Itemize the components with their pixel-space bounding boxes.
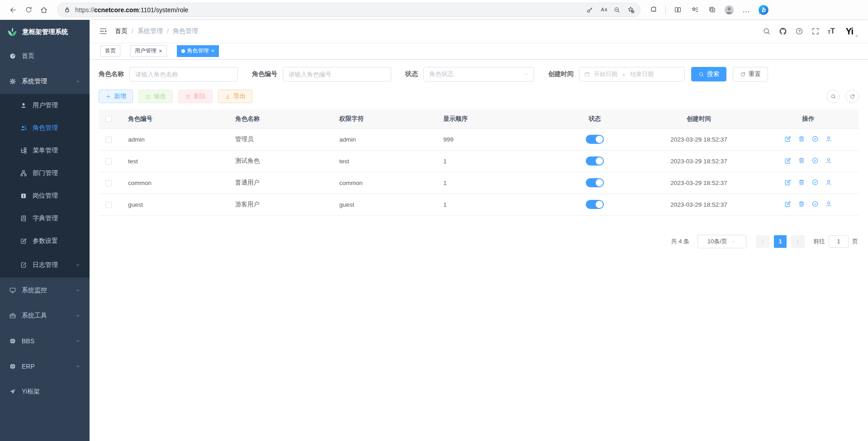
status-toggle[interactable] — [586, 200, 604, 209]
status-toggle[interactable] — [586, 156, 604, 166]
breadcrumb-home[interactable]: 首页 — [115, 27, 128, 35]
row-checkbox[interactable] — [105, 158, 112, 165]
extensions-button[interactable] — [646, 2, 661, 18]
prev-page-button[interactable] — [756, 235, 769, 248]
font-size-icon[interactable]: TT — [828, 28, 835, 35]
split-screen-button[interactable] — [670, 2, 685, 18]
next-page-button[interactable] — [791, 235, 805, 248]
pagination: 共 4 条 10条/页 1 前往 页 — [99, 235, 859, 248]
status-toggle[interactable] — [586, 135, 604, 144]
role-name-label: 角色名称 — [99, 70, 124, 78]
favorites-button[interactable] — [687, 2, 702, 18]
row-datascope-button[interactable] — [811, 157, 819, 164]
status-select[interactable]: 角色状态 — [423, 67, 534, 81]
sidebar-item-post-management[interactable]: 岗位管理 — [0, 185, 90, 207]
sidebar-item-department-management[interactable]: 部门管理 — [0, 162, 90, 185]
profile-button[interactable] — [721, 2, 737, 18]
sidebar-item-label: 菜单管理 — [33, 147, 58, 155]
row-datascope-button[interactable] — [811, 179, 819, 186]
cell-created: 2023-03-29 18:52:37 — [640, 172, 758, 194]
add-favorite-button[interactable] — [624, 3, 637, 17]
sidebar-item-bbs[interactable]: BBS — [0, 328, 90, 354]
sidebar-item-log-management[interactable]: 日志管理 — [0, 252, 90, 278]
cell-perm: common — [332, 172, 436, 194]
password-key-button[interactable] — [583, 3, 597, 17]
tab-user-management[interactable]: 用户管理 × — [130, 45, 167, 57]
row-checkbox[interactable] — [105, 137, 112, 143]
sidebar-item-system-monitor[interactable]: 系统监控 — [0, 278, 90, 303]
page-size-select[interactable]: 10条/页 — [697, 235, 746, 248]
show-search-button[interactable] — [826, 90, 840, 103]
row-datascope-button[interactable] — [811, 200, 819, 208]
row-edit-button[interactable] — [784, 135, 792, 142]
sidebar-item-role-management[interactable]: 角色管理 — [0, 117, 90, 139]
sidebar-item-dict-management[interactable]: 字典管理 — [0, 207, 90, 230]
sidebar-item-user-management[interactable]: 用户管理 — [0, 94, 90, 117]
row-edit-button[interactable] — [784, 179, 792, 186]
more-dots-icon: … — [742, 5, 750, 14]
row-assign-user-button[interactable] — [825, 135, 832, 142]
add-button[interactable]: 新增 — [99, 90, 133, 103]
sidebar: 意框架管理系统 首页 系统管理 用户管理 — [0, 20, 90, 441]
calendar-icon — [584, 71, 590, 77]
row-datascope-button[interactable] — [811, 135, 819, 142]
sidebar-item-label: 角色管理 — [33, 124, 58, 132]
search-button[interactable]: 搜索 — [691, 67, 726, 81]
row-edit-button[interactable] — [784, 157, 792, 164]
row-checkbox[interactable] — [105, 180, 112, 186]
copilot-button[interactable] — [756, 2, 771, 18]
sidebar-collapse-icon[interactable] — [99, 27, 108, 36]
tab-home[interactable]: 首页 — [100, 45, 120, 57]
sidebar-item-erp[interactable]: ERP — [0, 354, 90, 379]
row-edit-button[interactable] — [784, 200, 792, 208]
sidebar-item-yi-framework[interactable]: Yi框架 — [0, 379, 90, 404]
row-checkbox[interactable] — [105, 202, 112, 208]
row-assign-user-button[interactable] — [825, 179, 832, 186]
address-bar[interactable]: https://ccnetcore.com:1101/system/role — [57, 3, 640, 17]
row-assign-user-button[interactable] — [825, 200, 832, 208]
browser-refresh-button[interactable] — [21, 2, 36, 18]
help-icon[interactable] — [795, 27, 803, 35]
reset-button[interactable]: 重置 — [733, 67, 768, 81]
modify-button[interactable]: 修改 — [138, 90, 173, 103]
status-toggle[interactable] — [586, 178, 604, 187]
sidebar-item-home[interactable]: 首页 — [0, 43, 90, 69]
user-avatar-menu[interactable]: Yi — [846, 27, 859, 36]
delete-button[interactable]: 删除 — [178, 90, 213, 103]
role-code-input[interactable] — [283, 67, 391, 81]
zoom-out-button[interactable] — [610, 3, 624, 17]
sidebar-item-system-management[interactable]: 系统管理 — [0, 69, 90, 94]
fullscreen-icon[interactable] — [811, 27, 820, 35]
app-logo[interactable]: 意框架管理系统 — [0, 20, 90, 43]
select-all-checkbox[interactable] — [105, 116, 112, 122]
role-name-input[interactable] — [129, 67, 238, 81]
collections-button[interactable] — [704, 2, 720, 18]
row-assign-user-button[interactable] — [825, 157, 832, 164]
github-icon[interactable] — [779, 27, 787, 35]
tab-close-icon[interactable]: × — [159, 48, 162, 54]
tab-close-icon[interactable]: × — [211, 48, 215, 54]
read-aloud-button[interactable] — [597, 3, 610, 17]
export-button[interactable]: 导出 — [218, 90, 252, 103]
row-delete-button[interactable] — [798, 157, 805, 164]
sidebar-item-system-tools[interactable]: 系统工具 — [0, 303, 90, 328]
sidebar-item-menu-management[interactable]: 菜单管理 — [0, 139, 90, 162]
browser-back-button[interactable] — [5, 2, 21, 18]
header-search-icon[interactable] — [763, 27, 771, 35]
chevron-down-icon — [731, 239, 736, 244]
refresh-table-button[interactable] — [845, 90, 859, 103]
refresh-icon — [740, 71, 746, 77]
toolbar-divider — [665, 5, 666, 14]
row-delete-button[interactable] — [798, 200, 805, 208]
sidebar-item-parameter-settings[interactable]: 参数设置 — [0, 230, 90, 252]
browser-home-button[interactable] — [36, 2, 52, 18]
browser-menu-button[interactable]: … — [739, 2, 754, 18]
tab-role-management[interactable]: 角色管理 × — [177, 45, 219, 57]
goto-page-input[interactable] — [829, 235, 849, 248]
date-range-picker[interactable]: 开始日期 - 结束日期 — [579, 67, 685, 81]
row-delete-button[interactable] — [798, 135, 805, 142]
url-host: ccnetcore.com — [94, 6, 139, 14]
row-delete-button[interactable] — [798, 179, 805, 186]
page-number-1[interactable]: 1 — [774, 235, 787, 248]
cell-perm: guest — [332, 194, 436, 215]
